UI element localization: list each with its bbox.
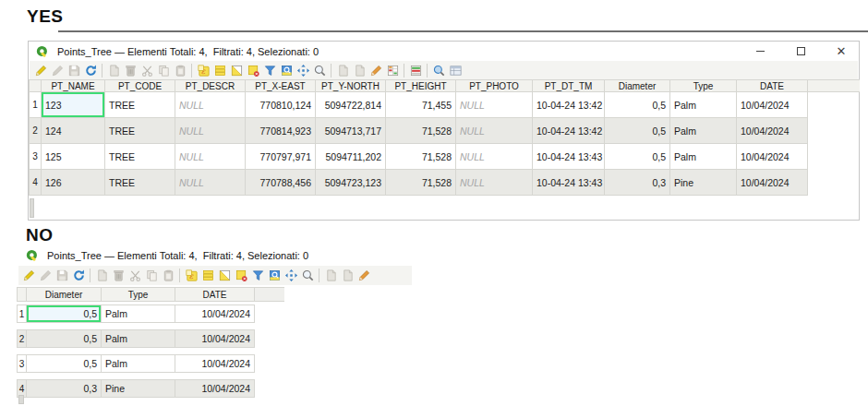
titlebar-yes[interactable]: Points_Tree — Elementi Totali: 4, Filtra… bbox=[29, 42, 859, 61]
row-number[interactable]: 1 bbox=[17, 304, 27, 323]
cell[interactable]: 124 bbox=[42, 118, 105, 144]
delete-selected-icon[interactable] bbox=[123, 64, 138, 78]
column-header-pt_y-north[interactable]: PT_Y-NORTH bbox=[316, 79, 386, 92]
cell[interactable]: 770788,456 bbox=[246, 170, 316, 196]
cell[interactable]: NULL bbox=[175, 144, 246, 170]
cell[interactable]: TREE bbox=[105, 144, 175, 170]
invert-selection-icon[interactable] bbox=[217, 269, 232, 283]
zoom-map-icon[interactable] bbox=[312, 64, 327, 78]
column-header-type[interactable]: Type bbox=[670, 79, 737, 92]
conditional-formatting-icon[interactable] bbox=[385, 64, 400, 78]
cell[interactable]: 10/04/2024 bbox=[175, 354, 255, 373]
maximize-icon[interactable] bbox=[790, 43, 811, 60]
delete-field-icon[interactable] bbox=[340, 269, 355, 283]
cell[interactable]: Palm bbox=[670, 144, 737, 170]
filter-icon[interactable] bbox=[250, 269, 265, 283]
add-feature-icon[interactable] bbox=[94, 269, 109, 283]
dock-table-icon[interactable] bbox=[448, 64, 463, 78]
cell[interactable]: NULL bbox=[456, 144, 533, 170]
cell[interactable]: Palm bbox=[102, 354, 175, 373]
multiedit-icon[interactable] bbox=[38, 269, 53, 283]
cell[interactable]: 10/04/2024 bbox=[175, 379, 255, 398]
cell[interactable]: 770810,124 bbox=[246, 92, 316, 118]
column-header-pt_descr[interactable]: PT_DESCR bbox=[175, 79, 246, 92]
corner-header[interactable] bbox=[17, 287, 27, 302]
cell[interactable]: 10-04-24 13:43 bbox=[533, 170, 605, 196]
cell[interactable]: 71,528 bbox=[386, 118, 456, 144]
new-field-icon[interactable] bbox=[335, 64, 350, 78]
field-calculator-icon[interactable] bbox=[368, 64, 383, 78]
cell[interactable]: 0,5 bbox=[27, 354, 102, 373]
cell[interactable]: NULL bbox=[456, 170, 533, 196]
column-header-pt_x-east[interactable]: PT_X-EAST bbox=[246, 79, 316, 92]
cell[interactable]: 10-04-24 13:42 bbox=[533, 118, 605, 144]
pan-to-selection-icon[interactable] bbox=[283, 269, 298, 283]
toggle-editing-icon[interactable] bbox=[21, 269, 36, 283]
field-calculator-icon[interactable] bbox=[356, 269, 371, 283]
cell[interactable]: 71,528 bbox=[386, 170, 456, 196]
cell[interactable]: TREE bbox=[105, 170, 175, 196]
cell[interactable]: 770797,971 bbox=[246, 144, 316, 170]
reload-table-icon[interactable] bbox=[71, 269, 86, 283]
cell[interactable]: 10/04/2024 bbox=[737, 118, 808, 144]
cell[interactable]: NULL bbox=[456, 92, 533, 118]
copy-features-icon[interactable] bbox=[156, 64, 171, 78]
multiedit-icon[interactable] bbox=[50, 64, 65, 78]
cut-features-icon[interactable] bbox=[127, 269, 142, 283]
delete-selected-icon[interactable] bbox=[111, 269, 126, 283]
cell[interactable]: 10/04/2024 bbox=[737, 170, 808, 196]
save-edits-icon[interactable] bbox=[54, 269, 69, 283]
column-header-pt_code[interactable]: PT_CODE bbox=[105, 79, 175, 92]
cell[interactable]: 5094713,717 bbox=[316, 118, 386, 144]
close-icon[interactable]: ✕ bbox=[831, 43, 851, 60]
cell[interactable]: Palm bbox=[670, 118, 737, 144]
column-header-diameter[interactable]: Diameter bbox=[605, 79, 670, 92]
select-all-icon[interactable] bbox=[212, 64, 227, 78]
cell[interactable]: NULL bbox=[175, 170, 246, 196]
invert-selection-icon[interactable] bbox=[229, 64, 244, 78]
zoom-map-icon[interactable] bbox=[300, 269, 315, 283]
row-number[interactable]: 4 bbox=[29, 170, 42, 196]
column-header-pt_name[interactable]: PT_NAME bbox=[42, 79, 105, 92]
cell[interactable]: 5094722,814 bbox=[316, 92, 386, 118]
deselect-all-icon[interactable] bbox=[246, 64, 260, 78]
row-number[interactable]: 3 bbox=[17, 354, 27, 373]
cell[interactable]: 10/04/2024 bbox=[175, 304, 255, 323]
cell[interactable]: 0,5 bbox=[605, 118, 670, 144]
column-header-date[interactable]: DATE bbox=[737, 79, 808, 92]
cell[interactable]: 770814,923 bbox=[246, 118, 316, 144]
cell[interactable]: Palm bbox=[670, 92, 737, 118]
cell[interactable]: NULL bbox=[175, 92, 246, 118]
cell[interactable]: 71,455 bbox=[386, 92, 456, 118]
copy-features-icon[interactable] bbox=[144, 269, 159, 283]
cell[interactable]: 5094723,123 bbox=[316, 170, 386, 196]
cell[interactable]: 0,3 bbox=[27, 379, 102, 398]
cell[interactable]: Pine bbox=[102, 379, 175, 398]
column-header-pt_height[interactable]: PT_HEIGHT bbox=[386, 79, 456, 92]
toggle-editing-icon[interactable] bbox=[33, 64, 48, 78]
cell[interactable]: 0,5 bbox=[605, 144, 670, 170]
row-number[interactable]: 1 bbox=[29, 92, 42, 118]
minimize-icon[interactable] bbox=[750, 43, 770, 60]
save-edits-icon[interactable] bbox=[66, 64, 81, 78]
cell[interactable]: Palm bbox=[102, 304, 175, 323]
reload-table-icon[interactable] bbox=[83, 64, 98, 78]
cell[interactable]: 10-04-24 13:42 bbox=[533, 92, 605, 118]
cell[interactable]: 10/04/2024 bbox=[737, 144, 808, 170]
select-by-expression-icon[interactable]: ε bbox=[196, 64, 211, 78]
cell[interactable]: 10/04/2024 bbox=[737, 92, 808, 118]
zoom-to-selection-icon[interactable] bbox=[267, 269, 282, 283]
new-field-icon[interactable] bbox=[323, 269, 338, 283]
cell[interactable]: 0,5 bbox=[27, 304, 102, 323]
paste-features-icon[interactable] bbox=[161, 269, 175, 283]
row-number[interactable]: 3 bbox=[29, 144, 42, 170]
column-header-pt_photo[interactable]: PT_PHOTO bbox=[456, 79, 533, 92]
delete-field-icon[interactable] bbox=[352, 64, 367, 78]
column-header-date[interactable]: DATE bbox=[175, 287, 255, 302]
cell[interactable]: 0,5 bbox=[605, 92, 670, 118]
cell[interactable]: Pine bbox=[670, 170, 737, 196]
select-all-icon[interactable] bbox=[200, 269, 215, 283]
cell[interactable]: 10-04-24 13:43 bbox=[533, 144, 605, 170]
filter-icon[interactable] bbox=[262, 64, 277, 78]
cut-features-icon[interactable] bbox=[139, 64, 154, 78]
